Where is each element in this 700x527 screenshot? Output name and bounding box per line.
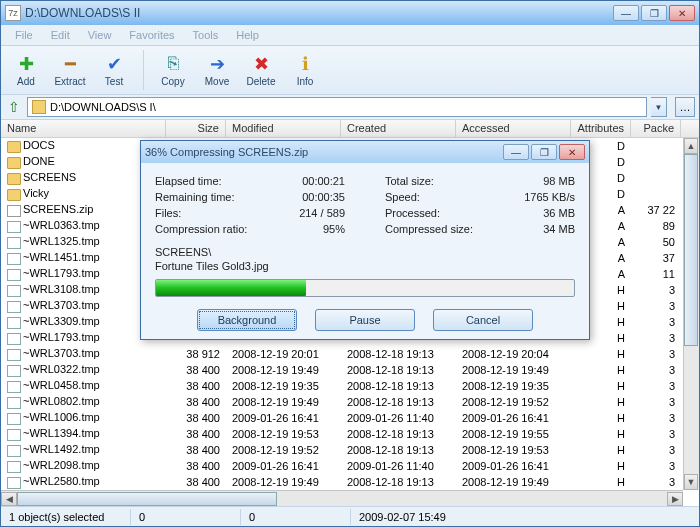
tmp-icon <box>7 381 21 393</box>
menu-tools[interactable]: Tools <box>185 27 227 43</box>
copy-icon: ⎘ <box>163 54 183 74</box>
scroll-down-icon[interactable]: ▼ <box>684 474 698 490</box>
dialog-maximize-button[interactable]: ❐ <box>531 144 557 160</box>
separator <box>143 50 144 90</box>
scroll-thumb[interactable] <box>684 154 698 346</box>
tmp-icon <box>7 429 21 441</box>
table-row[interactable]: ~WRL1492.tmp38 4002008-12-19 19:522008-1… <box>1 442 699 458</box>
arrow-right-icon: ➔ <box>207 54 227 74</box>
tmp-icon <box>7 237 21 249</box>
tmp-icon <box>7 461 21 473</box>
titlebar[interactable]: 7z D:\DOWNLOADS\S II — ❐ ✕ <box>1 1 699 25</box>
menu-favorites[interactable]: Favorites <box>121 27 182 43</box>
menu-help[interactable]: Help <box>228 27 267 43</box>
folder-icon <box>7 173 21 185</box>
window-title: D:\DOWNLOADS\S II <box>25 6 613 20</box>
value-files: 214 / 589 <box>299 205 345 221</box>
folder-icon <box>7 189 21 201</box>
table-row[interactable]: ~WRL1394.tmp38 4002008-12-19 19:532008-1… <box>1 426 699 442</box>
table-row[interactable]: ~WRL2580.tmp38 4002008-12-19 19:492008-1… <box>1 474 699 490</box>
app-icon: 7z <box>5 5 21 21</box>
tmp-icon <box>7 253 21 265</box>
col-modified[interactable]: Modified <box>226 120 341 137</box>
col-created[interactable]: Created <box>341 120 456 137</box>
status-date: 2009-02-07 15:49 <box>351 509 699 525</box>
path-browse[interactable]: … <box>675 97 695 117</box>
pathbar: ⇧ D:\DOWNLOADS\S I\ ▼ … <box>1 95 699 119</box>
path-dropdown[interactable]: ▼ <box>651 97 667 117</box>
folder-icon <box>7 141 21 153</box>
scroll-up-icon[interactable]: ▲ <box>684 138 698 154</box>
table-row[interactable]: ~WRL0458.tmp38 4002008-12-19 19:352008-1… <box>1 378 699 394</box>
label-totalsize: Total size: <box>385 173 434 189</box>
col-packed[interactable]: Packe <box>631 120 681 137</box>
tmp-icon <box>7 413 21 425</box>
dialog-titlebar[interactable]: 36% Compressing SCREENS.zip — ❐ ✕ <box>141 141 589 163</box>
info-icon: ℹ <box>295 54 315 74</box>
label-elapsed: Elapsed time: <box>155 173 222 189</box>
info-button[interactable]: ℹInfo <box>284 47 326 93</box>
scroll-thumb-h[interactable] <box>17 492 277 506</box>
minimize-button[interactable]: — <box>613 5 639 21</box>
table-row[interactable]: ~WRL1006.tmp38 4002009-01-26 16:412009-0… <box>1 410 699 426</box>
vertical-scrollbar[interactable]: ▲ ▼ <box>683 138 699 490</box>
delete-button[interactable]: ✖Delete <box>240 47 282 93</box>
list-header: Name Size Modified Created Accessed Attr… <box>1 120 699 138</box>
progress-folder: SCREENS\ <box>155 245 575 259</box>
maximize-button[interactable]: ❐ <box>641 5 667 21</box>
col-accessed[interactable]: Accessed <box>456 120 571 137</box>
path-text: D:\DOWNLOADS\S I\ <box>50 101 156 113</box>
menu-file[interactable]: File <box>7 27 41 43</box>
col-name[interactable]: Name <box>1 120 166 137</box>
plus-icon: ✚ <box>16 54 36 74</box>
table-row[interactable]: ~WRL2098.tmp38 4002009-01-26 16:412009-0… <box>1 458 699 474</box>
col-size[interactable]: Size <box>166 120 226 137</box>
tmp-icon <box>7 349 21 361</box>
progress-fill <box>156 280 306 296</box>
extract-button[interactable]: ━Extract <box>49 47 91 93</box>
scroll-right-icon[interactable]: ▶ <box>667 492 683 506</box>
path-field[interactable]: D:\DOWNLOADS\S I\ <box>27 97 647 117</box>
tmp-icon <box>7 333 21 345</box>
value-processed: 36 MB <box>543 205 575 221</box>
copy-button[interactable]: ⎘Copy <box>152 47 194 93</box>
tmp-icon <box>7 397 21 409</box>
test-button[interactable]: ✔Test <box>93 47 135 93</box>
folder-icon <box>7 157 21 169</box>
menu-view[interactable]: View <box>80 27 120 43</box>
table-row[interactable]: ~WRL0802.tmp38 4002008-12-19 19:492008-1… <box>1 394 699 410</box>
check-icon: ✔ <box>104 54 124 74</box>
dialog-title: 36% Compressing SCREENS.zip <box>145 146 503 158</box>
menu-edit[interactable]: Edit <box>43 27 78 43</box>
horizontal-scrollbar[interactable]: ◀ ▶ <box>1 490 683 506</box>
up-button[interactable]: ⇧ <box>5 98 23 116</box>
tmp-icon <box>7 221 21 233</box>
minus-icon: ━ <box>60 54 80 74</box>
status-selected: 1 object(s) selected <box>1 509 131 525</box>
label-compsize: Compressed size: <box>385 221 473 237</box>
background-button[interactable]: Background <box>197 309 297 331</box>
move-button[interactable]: ➔Move <box>196 47 238 93</box>
value-ratio: 95% <box>323 221 345 237</box>
tmp-icon <box>7 445 21 457</box>
table-row[interactable]: ~WRL3703.tmp38 9122008-12-19 20:012008-1… <box>1 346 699 362</box>
pause-button[interactable]: Pause <box>315 309 415 331</box>
tmp-icon <box>7 365 21 377</box>
dialog-minimize-button[interactable]: — <box>503 144 529 160</box>
cancel-button[interactable]: Cancel <box>433 309 533 331</box>
label-speed: Speed: <box>385 189 420 205</box>
label-processed: Processed: <box>385 205 440 221</box>
label-files: Files: <box>155 205 181 221</box>
dialog-close-button[interactable]: ✕ <box>559 144 585 160</box>
tmp-icon <box>7 477 21 489</box>
progress-bar <box>155 279 575 297</box>
col-attributes[interactable]: Attributes <box>571 120 631 137</box>
close-button[interactable]: ✕ <box>669 5 695 21</box>
value-totalsize: 98 MB <box>543 173 575 189</box>
statusbar: 1 object(s) selected 0 0 2009-02-07 15:4… <box>1 506 699 526</box>
scroll-left-icon[interactable]: ◀ <box>1 492 17 506</box>
table-row[interactable]: ~WRL0322.tmp38 4002008-12-19 19:492008-1… <box>1 362 699 378</box>
value-compsize: 34 MB <box>543 221 575 237</box>
add-button[interactable]: ✚Add <box>5 47 47 93</box>
progress-dialog: 36% Compressing SCREENS.zip — ❐ ✕ Elapse… <box>140 140 590 340</box>
